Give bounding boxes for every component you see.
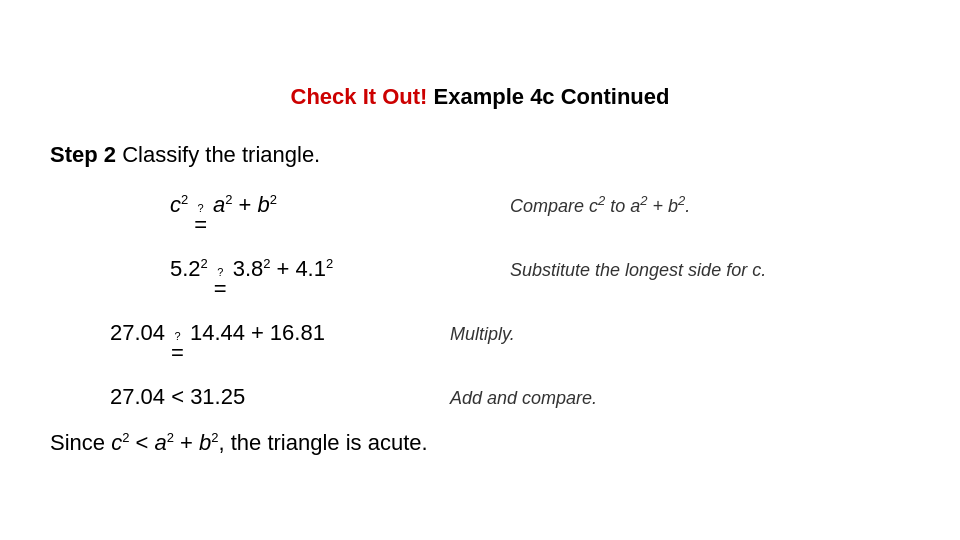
math-row-1: c2 ? = a2 + b2 Compare c2 to a2 + b2. <box>170 192 910 236</box>
annotation-3: Multiply. <box>450 324 515 345</box>
slide-title: Check It Out! Example 4c Continued <box>50 84 910 110</box>
2704-lt: 27.04 < 31.25 <box>110 384 245 410</box>
41-term: 4.12 <box>295 256 333 282</box>
math-expr-1: c2 ? = a2 + b2 <box>170 192 490 236</box>
math-row-3: 27.04 ? = 14.44 + 16.81 Multiply. <box>110 320 910 364</box>
conclusion: Since c2 < a2 + b2, the triangle is acut… <box>50 430 910 456</box>
plus-2: + <box>277 256 290 282</box>
question-eq-2: ? = <box>214 256 227 300</box>
plus-3: + <box>251 320 264 346</box>
math-expr-3: 27.04 ? = 14.44 + 16.81 <box>110 320 430 364</box>
main-container: Check It Out! Example 4c Continued Step … <box>50 64 910 477</box>
math-row-4: 27.04 < 31.25 Add and compare. <box>110 384 910 410</box>
title-check-it-out: Check It Out! <box>291 84 428 109</box>
annotation-1: Compare c2 to a2 + b2. <box>510 193 690 217</box>
annotation-4: Add and compare. <box>450 388 597 409</box>
b2-term: b2 <box>257 192 276 218</box>
step-label: Step 2 <box>50 142 116 167</box>
question-eq-1: ? = <box>194 192 207 236</box>
1444-term: 14.44 <box>190 320 245 346</box>
1681-term: 16.81 <box>270 320 325 346</box>
math-expr-2: 5.22 ? = 3.82 + 4.12 <box>170 256 490 300</box>
math-expr-4: 27.04 < 31.25 <box>110 384 430 410</box>
step-text: Classify the triangle. <box>116 142 320 167</box>
38-term: 3.82 <box>233 256 271 282</box>
math-row-2: 5.22 ? = 3.82 + 4.12 Substitute the long… <box>170 256 910 300</box>
title-rest: Example 4c Continued <box>427 84 669 109</box>
question-eq-3: ? = <box>171 320 184 364</box>
a2-term: a2 <box>213 192 232 218</box>
annotation-2: Substitute the longest side for c. <box>510 260 766 281</box>
step-heading: Step 2 Classify the triangle. <box>50 142 910 168</box>
c2-term: c2 <box>170 192 188 218</box>
2704-term: 27.04 <box>110 320 165 346</box>
plus-1: + <box>239 192 252 218</box>
52-term: 5.22 <box>170 256 208 282</box>
